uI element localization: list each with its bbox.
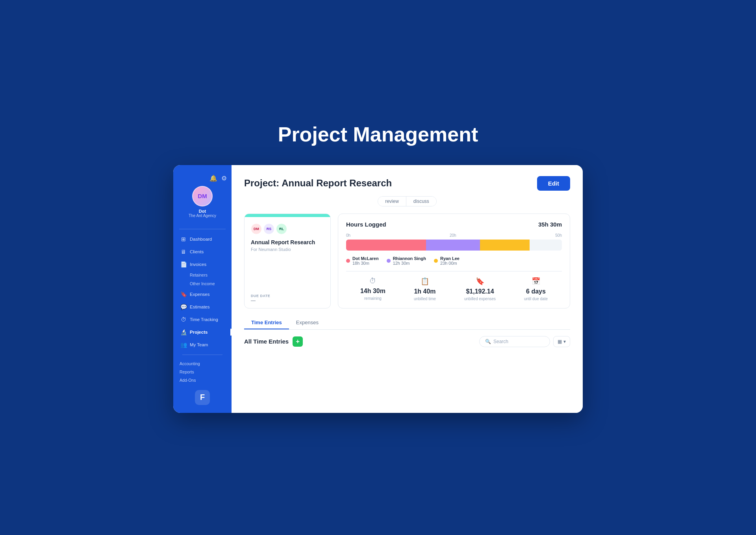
sidebar-item-other-income[interactable]: Other Income [176, 280, 228, 288]
legend-item-ryan: Ryan Lee 23h 00m [434, 256, 460, 266]
tab-pills: review discuss [378, 196, 437, 206]
hours-card: Hours Logged 35h 30m 0h 20h 50h [338, 214, 570, 308]
sidebar-item-my-team[interactable]: 👥 My Team [176, 339, 228, 351]
card-project-name: Annual Report Research [251, 239, 324, 245]
tab-review[interactable]: review [378, 197, 406, 206]
legend-hours-ryan: 23h 00m [440, 261, 460, 266]
scale-max: 50h [555, 233, 562, 238]
add-ons-link[interactable]: Add-Ons [177, 377, 228, 384]
filter-button[interactable]: ▦ ▾ [553, 336, 570, 347]
sidebar-item-label: Clients [190, 249, 204, 254]
unbilled-time-label: unbilled time [414, 297, 436, 301]
entries-title: All Time Entries [244, 338, 289, 345]
search-bar: 🔍 Search ▦ ▾ [479, 336, 570, 347]
unbilled-expenses-value: $1,192.14 [466, 288, 494, 295]
avatar[interactable]: DM [192, 186, 213, 206]
sidebar-item-retainers[interactable]: Retainers [176, 271, 228, 279]
hours-total: 35h 30m [538, 221, 562, 228]
due-date-icon: 📅 [532, 277, 540, 286]
stat-due-date: 📅 6 days until due date [524, 277, 548, 301]
due-date-label-stat: until due date [524, 297, 548, 301]
main-header: Project: Annual Report Research Edit [244, 176, 570, 191]
time-tracking-icon: ⏱ [180, 316, 187, 323]
sidebar-item-label: Time Tracking [190, 317, 218, 322]
gear-icon[interactable]: ⚙ [221, 175, 227, 182]
remaining-label: remaining [364, 296, 382, 301]
due-date-label: DUE DATE [251, 294, 324, 298]
filter-chevron: ▾ [563, 339, 566, 344]
unbilled-expenses-icon: 🔖 [476, 277, 484, 286]
sidebar-item-time-tracking[interactable]: ⏱ Time Tracking [176, 314, 228, 325]
project-card: DM RS RL Annual Report Research For Neum… [244, 214, 331, 308]
member-avatar-dm: DM [251, 223, 262, 234]
hours-bar [346, 240, 562, 251]
expenses-icon: 🔖 [180, 291, 187, 297]
sidebar-item-label: Dashboard [190, 237, 212, 241]
clients-icon: 🖥 [180, 249, 187, 255]
bar-ryan-lee [480, 240, 530, 251]
remaining-icon: ⏱ [369, 277, 376, 285]
tab-time-entries[interactable]: Time Entries [244, 316, 289, 329]
scale-min: 0h [346, 233, 350, 238]
dashboard-icon: ⊞ [180, 236, 187, 242]
sidebar-item-estimates[interactable]: 💬 Estimates [176, 301, 228, 313]
sidebar-item-clients[interactable]: 🖥 Clients [176, 246, 228, 258]
estimates-icon: 💬 [180, 304, 187, 310]
sidebar-item-invoices[interactable]: 📄 Invoices [176, 258, 228, 270]
sidebar-bottom-divider [182, 355, 222, 355]
entries-header: All Time Entries + 🔍 Search ▦ ▾ [244, 336, 570, 347]
tab-expenses-entries[interactable]: Expenses [289, 316, 326, 329]
sidebar-item-label: Invoices [190, 262, 206, 267]
legend-hours-dot: 18h 30m [352, 261, 379, 266]
sidebar-item-label: Projects [190, 330, 208, 334]
invoices-icon: 📄 [180, 261, 187, 268]
sidebar: 🔔 ⚙ DM Dot The Ant Agency ⊞ Dashboard 🖥 … [173, 165, 232, 413]
user-name: Dot [199, 209, 206, 214]
projects-icon: 🔬 [180, 329, 187, 335]
legend-name-rhiannon: Rhiannon Singh [393, 256, 426, 261]
page-title: Project Management [278, 123, 478, 146]
tab-discuss[interactable]: discuss [406, 197, 436, 206]
project-card-accent [245, 214, 330, 217]
hours-title: Hours Logged [346, 221, 386, 228]
edit-button[interactable]: Edit [537, 176, 570, 191]
legend-dot-rhiannon [387, 259, 391, 263]
legend-item-dot: Dot McLaren 18h 30m [346, 256, 379, 266]
legend-hours-rhiannon: 12h 30m [393, 261, 426, 266]
sidebar-divider [179, 229, 226, 229]
sidebar-item-label: Expenses [190, 292, 210, 297]
card-client-name: For Neumann Studio [251, 247, 324, 252]
accounting-link[interactable]: Accounting [177, 360, 228, 367]
legend-item-rhiannon: Rhiannon Singh 12h 30m [387, 256, 426, 266]
search-icon: 🔍 [485, 339, 491, 344]
bell-icon[interactable]: 🔔 [209, 175, 217, 182]
project-card-body: DM RS RL Annual Report Research For Neum… [245, 217, 330, 308]
sidebar-item-dashboard[interactable]: ⊞ Dashboard [176, 233, 228, 245]
sidebar-bottom-links: Accounting Reports Add-Ons [173, 351, 232, 384]
app-logo: F [195, 390, 210, 405]
sidebar-item-expenses[interactable]: 🔖 Expenses [176, 288, 228, 300]
sidebar-user-section: 🔔 ⚙ DM Dot The Ant Agency [173, 175, 232, 218]
remaining-value: 14h 30m [360, 288, 385, 295]
legend-dot-ryan [434, 259, 438, 263]
stat-remaining: ⏱ 14h 30m remaining [360, 277, 385, 301]
due-date-value: — [251, 298, 324, 303]
entries-title-row: All Time Entries + [244, 336, 303, 347]
reports-link[interactable]: Reports [177, 368, 228, 375]
hours-legend: Dot McLaren 18h 30m Rhiannon Singh 12h 3… [346, 256, 562, 266]
hours-card-divider [346, 271, 562, 271]
sidebar-item-projects[interactable]: 🔬 Projects [176, 326, 228, 338]
add-entry-button[interactable]: + [293, 336, 303, 347]
project-title: Project: Annual Report Research [244, 178, 392, 189]
bar-dot-mclaren [346, 240, 426, 251]
app-container: 🔔 ⚙ DM Dot The Ant Agency ⊞ Dashboard 🖥 … [173, 165, 583, 413]
due-date-value-stat: 6 days [526, 288, 546, 295]
card-avatars: DM RS RL [251, 223, 324, 234]
main-content: Project: Annual Report Research Edit rev… [232, 165, 583, 413]
bar-scale: 0h 20h 50h [346, 233, 562, 238]
stat-unbilled-time: 📋 1h 40m unbilled time [414, 277, 436, 301]
sidebar-action-icons: 🔔 ⚙ [178, 175, 227, 182]
search-input-wrap[interactable]: 🔍 Search [479, 336, 550, 347]
sidebar-nav: ⊞ Dashboard 🖥 Clients 📄 Invoices Retaine… [173, 233, 232, 351]
hours-header: Hours Logged 35h 30m [346, 221, 562, 228]
